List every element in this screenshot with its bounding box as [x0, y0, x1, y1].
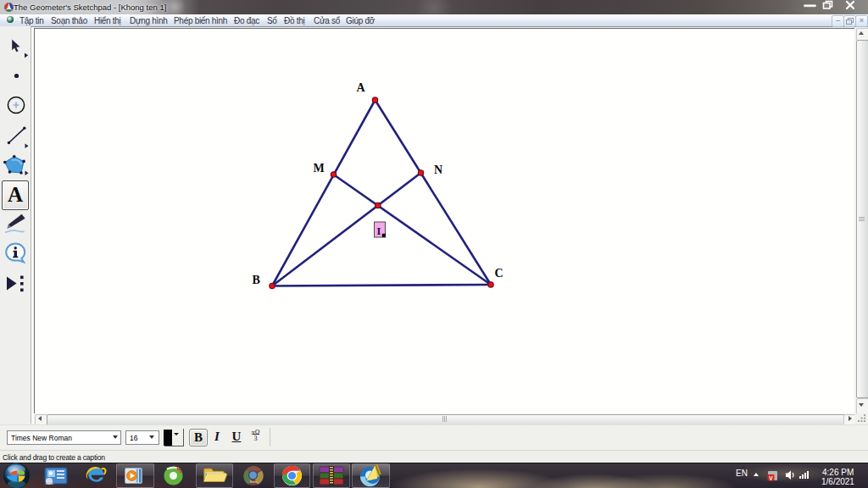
svg-text:Beta: Beta — [250, 480, 258, 484]
svg-text:A: A — [357, 81, 366, 94]
svg-text:B: B — [253, 274, 260, 286]
svg-text:V: V — [769, 475, 773, 481]
svg-text:N: N — [434, 164, 442, 176]
svg-text:I: I — [376, 225, 381, 237]
svg-text:M: M — [314, 162, 325, 175]
svg-text:C: C — [495, 267, 504, 280]
